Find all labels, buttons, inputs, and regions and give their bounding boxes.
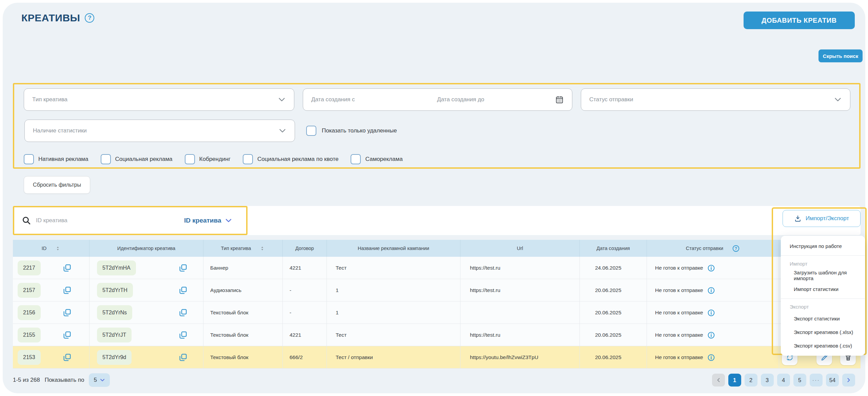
creative-id-badge: 5T2dYrJT <box>97 328 132 342</box>
search-input[interactable] <box>36 212 165 229</box>
import-export-button[interactable]: Импорт/Экспорт <box>783 210 861 227</box>
creative-id-cell: 5T2dYrJT <box>90 324 203 346</box>
menu-item[interactable]: Экспорт креативов (.xlsx) <box>781 325 865 339</box>
date-from-placeholder[interactable]: Дата создания с <box>311 96 355 103</box>
checkbox[interactable] <box>101 154 111 164</box>
page-button[interactable]: 1 <box>728 374 741 387</box>
sort-icon[interactable] <box>55 246 60 251</box>
table-row[interactable]: 2155 5T2dYrJT Текстовый блок 4221 Тест h… <box>13 324 861 346</box>
table-row[interactable]: 2156 5T2dYrNs Текстовый блок - 1 20.06.2… <box>13 301 861 324</box>
add-creative-button[interactable]: ДОБАВИТЬ КРЕАТИВ <box>744 12 855 29</box>
table-row[interactable]: 2217 5T2dYmHA Баннер 4221 Тест https://t… <box>13 257 861 279</box>
id-badge: 2157 <box>18 283 41 298</box>
type-filter-checkbox-group[interactable]: Кобрендинг <box>185 154 231 164</box>
copy-icon[interactable] <box>179 286 188 295</box>
hide-search-button[interactable]: Скрыть поиск <box>818 49 863 62</box>
table-header-cell[interactable]: Договор <box>283 240 327 257</box>
previous-page-button[interactable] <box>712 374 725 387</box>
type-filter-checkbox-group[interactable]: Социальная реклама <box>101 154 173 164</box>
menu-import-items: Загрузить шаблон для импортаИмпорт стати… <box>781 269 865 296</box>
creation-date-cell: 20.06.2025 <box>580 324 647 346</box>
checkbox-label: Социальная реклама по квоте <box>257 156 339 163</box>
per-page-selector[interactable]: 5 <box>89 373 110 387</box>
contract-cell: 4221 <box>283 324 327 346</box>
chevron-left-icon <box>716 377 721 383</box>
statistics-presence-placeholder: Наличие статистики <box>33 127 278 134</box>
date-to-placeholder[interactable]: Дата создания до <box>437 96 484 103</box>
column-label: Статус отправки <box>686 246 723 251</box>
copy-icon[interactable] <box>63 331 72 339</box>
page-button[interactable]: 2 <box>745 374 757 387</box>
table-header-cell[interactable]: Идентификатор креатива <box>90 240 203 257</box>
creative-type-cell: Текстовый блок <box>203 346 283 369</box>
statistics-presence-select[interactable]: Наличие статистики <box>24 120 295 142</box>
type-filter-checkbox-group[interactable]: Нативная реклама <box>24 154 88 164</box>
menu-item[interactable]: Экспорт статистики <box>781 312 865 325</box>
copy-icon[interactable] <box>179 264 188 272</box>
table-header-cell[interactable]: Дата создания <box>580 240 647 257</box>
table-header-cell[interactable]: ID <box>13 240 90 257</box>
help-icon[interactable]: ? <box>732 245 740 252</box>
search-toolbar: ID креатива Импорт/Экспорт <box>13 206 861 235</box>
type-filter-checkbox-group[interactable]: Социальная реклама по квоте <box>243 154 339 164</box>
creative-id-badge: 5T2dYrTH <box>97 283 133 298</box>
menu-item[interactable]: Загрузить шаблон для импорта <box>781 269 865 282</box>
creative-type-select[interactable]: Тип креатива <box>24 88 294 111</box>
info-icon[interactable] <box>707 354 715 361</box>
campaign-name-cell: Тест <box>327 324 460 346</box>
search-field-selector[interactable]: ID креатива <box>184 206 232 235</box>
menu-item-instruction[interactable]: Инструкция по работе <box>781 239 865 253</box>
page-button[interactable]: 5 <box>793 374 806 387</box>
table-row[interactable]: 2157 5T2dYrTH Аудиозапись - 1 https://te… <box>13 279 861 301</box>
pagination: 12345···54 <box>712 374 855 387</box>
creation-date-range-field[interactable]: Дата создания с Дата создания до <box>303 88 572 111</box>
table-header-cell[interactable]: Статус отправки ? <box>647 240 779 257</box>
page-button[interactable]: 54 <box>826 374 839 387</box>
copy-icon[interactable] <box>179 353 188 362</box>
table-header-cell[interactable]: Название рекламной кампании <box>327 240 460 257</box>
menu-item[interactable]: Экспорт креативов (.csv) <box>781 339 865 352</box>
chevron-down-icon <box>225 217 232 224</box>
table-header-cell[interactable]: Url <box>460 240 580 257</box>
table-row[interactable]: 2153 5T2dYr9d Текстовый блок 666/2 Тест … <box>13 346 861 369</box>
url-cell: https://test.ru <box>460 324 580 346</box>
sort-icon[interactable] <box>260 246 265 251</box>
show-deleted-checkbox-group[interactable]: Показать только удаленные <box>306 126 397 136</box>
page-help-icon[interactable]: ? <box>85 13 94 23</box>
id-badge: 2156 <box>18 305 41 320</box>
send-status-select[interactable]: Статус отправки <box>581 88 850 111</box>
info-icon[interactable] <box>707 331 715 339</box>
copy-icon[interactable] <box>179 308 188 317</box>
copy-icon[interactable] <box>179 331 188 339</box>
copy-icon[interactable] <box>63 353 72 362</box>
reset-filters-button[interactable]: Сбросить фильтры <box>24 176 90 194</box>
checkbox[interactable] <box>243 154 253 164</box>
url-cell: https://test.ru <box>460 257 580 279</box>
checkbox[interactable] <box>351 154 361 164</box>
show-deleted-checkbox[interactable] <box>306 126 316 136</box>
table-header-cell[interactable]: Тип креатива <box>203 240 283 257</box>
column-label: Url <box>517 246 523 251</box>
menu-item[interactable]: Импорт статистики <box>781 282 865 296</box>
next-page-button[interactable] <box>842 374 855 387</box>
per-page-value: 5 <box>94 377 97 383</box>
copy-icon[interactable] <box>63 264 72 272</box>
send-status-placeholder: Статус отправки <box>589 96 834 103</box>
page-button[interactable]: 4 <box>777 374 790 387</box>
column-label: Дата создания <box>596 246 630 251</box>
status-text: Не готов к отправке <box>655 287 703 293</box>
page-button[interactable]: 3 <box>761 374 774 387</box>
calendar-icon[interactable] <box>555 95 564 104</box>
filters-panel: Тип креатива Дата создания с Дата создан… <box>13 83 861 169</box>
checkbox[interactable] <box>185 154 195 164</box>
info-icon[interactable] <box>707 287 715 294</box>
type-filter-checkbox-group[interactable]: Самореклама <box>351 154 402 164</box>
campaign-name-cell: 1 <box>327 279 460 301</box>
info-icon[interactable] <box>707 264 715 272</box>
copy-icon[interactable] <box>63 286 72 295</box>
checkbox[interactable] <box>24 154 34 164</box>
copy-icon[interactable] <box>63 308 72 317</box>
info-icon[interactable] <box>707 309 715 317</box>
column-label: Идентификатор креатива <box>117 246 175 251</box>
menu-export-items: Экспорт статистикиЭкспорт креативов (.xl… <box>781 312 865 352</box>
